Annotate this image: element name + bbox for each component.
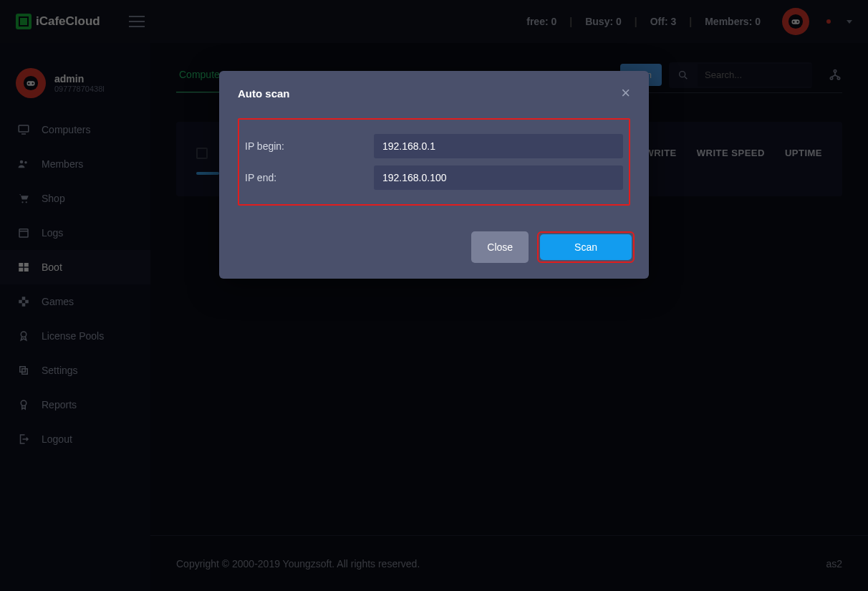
scan-button-label: Scan bbox=[574, 241, 597, 253]
close-icon[interactable]: × bbox=[621, 85, 630, 101]
scan-button-highlight: Scan bbox=[537, 231, 635, 263]
ip-end-input[interactable] bbox=[374, 165, 623, 190]
ip-end-label: IP end: bbox=[245, 172, 374, 183]
close-button-label: Close bbox=[487, 241, 513, 253]
ip-end-row: IP end: bbox=[245, 165, 623, 190]
modal-title: Auto scan bbox=[238, 87, 290, 100]
auto-scan-modal: Auto scan × IP begin: IP end: Close Scan bbox=[219, 71, 649, 279]
ip-begin-label: IP begin: bbox=[245, 140, 374, 152]
modal-header: Auto scan × bbox=[219, 71, 649, 110]
scan-button[interactable]: Scan bbox=[540, 234, 632, 260]
modal-footer: Close Scan bbox=[219, 218, 649, 279]
modal-body: IP begin: IP end: bbox=[219, 110, 649, 218]
close-button[interactable]: Close bbox=[471, 231, 529, 263]
ip-range-highlight: IP begin: IP end: bbox=[238, 118, 630, 206]
ip-begin-input[interactable] bbox=[374, 134, 623, 158]
ip-begin-row: IP begin: bbox=[245, 134, 623, 158]
